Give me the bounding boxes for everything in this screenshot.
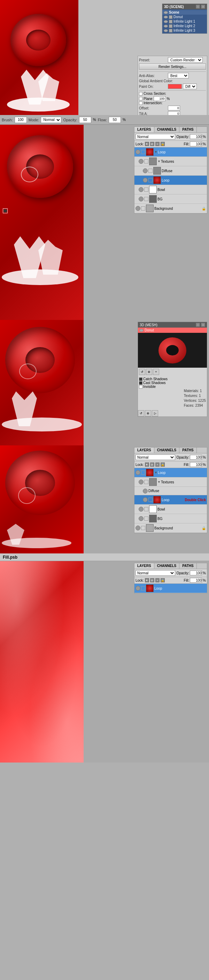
- layer2-item-textures[interactable]: ▼ Textures: [135, 477, 207, 487]
- lock-pos-icon3[interactable]: ✦: [145, 578, 149, 582]
- paint-color-swatch[interactable]: [168, 84, 182, 89]
- layer2-eye-diffuse[interactable]: [143, 488, 148, 493]
- layer3-eye-loop[interactable]: [136, 586, 140, 591]
- layer2-item-diffuse[interactable]: Diffuse: [135, 487, 207, 495]
- layer-eye-bg[interactable]: [139, 197, 144, 201]
- tab3-layers[interactable]: LAYERS: [135, 563, 154, 569]
- tab-layers[interactable]: LAYERS: [135, 127, 154, 132]
- layer3-link-loop[interactable]: [141, 586, 145, 590]
- opacity-value-input[interactable]: [190, 134, 202, 139]
- eye-icon[interactable]: [164, 11, 168, 14]
- layer-link-background[interactable]: [141, 206, 145, 210]
- eye-icon-light2[interactable]: [164, 25, 168, 27]
- close-icon[interactable]: ×: [201, 5, 205, 9]
- layer2-item-background[interactable]: Background 🔒: [135, 523, 207, 533]
- layer-item-textures[interactable]: ▼ Textures: [135, 157, 207, 166]
- opacity-input2[interactable]: [190, 455, 202, 460]
- lock-all-icon2[interactable]: 🔒: [161, 463, 165, 467]
- mesh-bottom-btn2[interactable]: ⊕: [145, 410, 151, 417]
- mesh-minimize-icon[interactable]: −: [196, 323, 200, 327]
- tab-channels[interactable]: CHANNELS: [154, 127, 180, 132]
- mesh-bottom-btn3[interactable]: ▷: [152, 410, 158, 417]
- plane-checkbox[interactable]: [139, 97, 142, 100]
- layer-eye-diffuse[interactable]: [143, 168, 148, 173]
- brush-size-input[interactable]: [14, 117, 27, 123]
- lock-pos-icon2[interactable]: ✦: [145, 463, 149, 467]
- mesh-tool-move[interactable]: +: [153, 369, 159, 375]
- layer2-link-textures[interactable]: [144, 480, 148, 484]
- layer-link-loop-inner[interactable]: [148, 178, 153, 182]
- cross-section-checkbox[interactable]: [139, 92, 142, 95]
- layer2-item-bg[interactable]: BG: [135, 514, 207, 523]
- blend-mode-select2[interactable]: Normal: [136, 455, 175, 460]
- mesh-eye-icon[interactable]: [139, 329, 144, 332]
- layer-item-bg[interactable]: BG: [135, 194, 207, 204]
- intersection-checkbox[interactable]: [139, 102, 142, 105]
- layer-item-bowl[interactable]: Bowl: [135, 185, 207, 194]
- layer2-link-background[interactable]: [141, 526, 145, 530]
- cast-shadows-checkbox[interactable]: [139, 381, 142, 385]
- layer-link-diffuse[interactable]: [148, 169, 153, 173]
- tab3-channels[interactable]: CHANNELS: [154, 563, 180, 569]
- scene-item-light3[interactable]: Infinite Light 3: [162, 28, 207, 33]
- layer-eye-loop[interactable]: [136, 150, 140, 154]
- tab-paths[interactable]: PATHS: [179, 127, 196, 132]
- link-icon-light2[interactable]: [169, 24, 173, 28]
- link-icon-light3[interactable]: [169, 29, 173, 32]
- tab2-channels[interactable]: CHANNELS: [154, 447, 180, 453]
- layer-eye-textures[interactable]: [139, 159, 144, 164]
- offset-input[interactable]: [168, 106, 180, 110]
- layer2-item-loop-inner[interactable]: Loop Double Click: [135, 495, 207, 504]
- lock-paint-icon3[interactable]: ⊘: [150, 578, 154, 582]
- lock-move-icon3[interactable]: +: [155, 578, 160, 582]
- layer2-item-bowl[interactable]: Bowl: [135, 504, 207, 514]
- eye-icon-light3[interactable]: [164, 29, 168, 32]
- preset-select[interactable]: Custom Render Settings...: [168, 57, 203, 63]
- expand-arrow2-loop[interactable]: ▼: [154, 471, 157, 474]
- scene-item-light2[interactable]: Infinite Light 2: [162, 24, 207, 28]
- layer-link-bowl[interactable]: [144, 188, 148, 192]
- layer2-eye-loop[interactable]: [136, 470, 140, 475]
- lock-move-icon[interactable]: +: [155, 142, 160, 146]
- layer-item-loop[interactable]: ▼ Loop: [135, 147, 207, 157]
- opacity-input[interactable]: [79, 117, 91, 123]
- link-icon-donut[interactable]: [169, 15, 173, 19]
- lock-position-icon[interactable]: ✦: [145, 142, 149, 146]
- lock-paint-icon[interactable]: ⊘: [150, 142, 154, 146]
- layer2-eye-background[interactable]: [136, 525, 140, 530]
- layer-link-bg[interactable]: [144, 197, 148, 201]
- eye-icon-donut[interactable]: [164, 16, 168, 19]
- render-settings-button[interactable]: Render Settings...: [139, 64, 206, 70]
- expand-arrow2-textures[interactable]: ▼: [157, 480, 160, 484]
- opacity-input3[interactable]: [190, 571, 202, 575]
- scene-item-donut[interactable]: Donut: [162, 14, 207, 19]
- mesh-item-donut[interactable]: Donut: [138, 328, 207, 333]
- layer-item-loop-inner[interactable]: Loop: [135, 176, 207, 185]
- layer3-item-loop[interactable]: Loop: [135, 584, 207, 593]
- flow-input[interactable]: [109, 117, 121, 123]
- paint-on-select[interactable]: Diffuse: [183, 84, 197, 89]
- fill-input3[interactable]: [190, 578, 202, 583]
- layer2-eye-bowl[interactable]: [139, 507, 144, 512]
- fill-input[interactable]: [190, 142, 202, 146]
- scene-item-light1[interactable]: Infinite Light 1: [162, 19, 207, 24]
- tab3-paths[interactable]: PATHS: [179, 563, 196, 569]
- layer-link-textures[interactable]: [144, 159, 148, 164]
- link-icon-light1[interactable]: [169, 20, 173, 23]
- mesh-tool-rotate[interactable]: ↺: [139, 369, 145, 375]
- layer2-link-loop[interactable]: [141, 471, 145, 475]
- layer-link-loop[interactable]: [141, 150, 145, 154]
- layer2-eye-textures[interactable]: [139, 480, 144, 484]
- expand-arrow-textures[interactable]: ▼: [157, 160, 160, 163]
- expand-arrow-loop[interactable]: ▼: [154, 150, 157, 154]
- lock-all-icon[interactable]: 🔒: [161, 142, 165, 146]
- blend-mode-select[interactable]: Normal: [136, 134, 175, 139]
- layer2-link-bg[interactable]: [144, 517, 148, 521]
- lock-paint-icon2[interactable]: ⊘: [150, 463, 154, 467]
- mode-select[interactable]: Normal: [41, 117, 61, 123]
- lock-move-icon2[interactable]: +: [155, 463, 160, 467]
- lock-all-icon3[interactable]: 🔒: [161, 578, 165, 582]
- layer-item-background[interactable]: Background 🔒: [135, 204, 207, 213]
- layer2-link-loop-inner[interactable]: [148, 498, 153, 502]
- layer2-link-bowl[interactable]: [144, 507, 148, 511]
